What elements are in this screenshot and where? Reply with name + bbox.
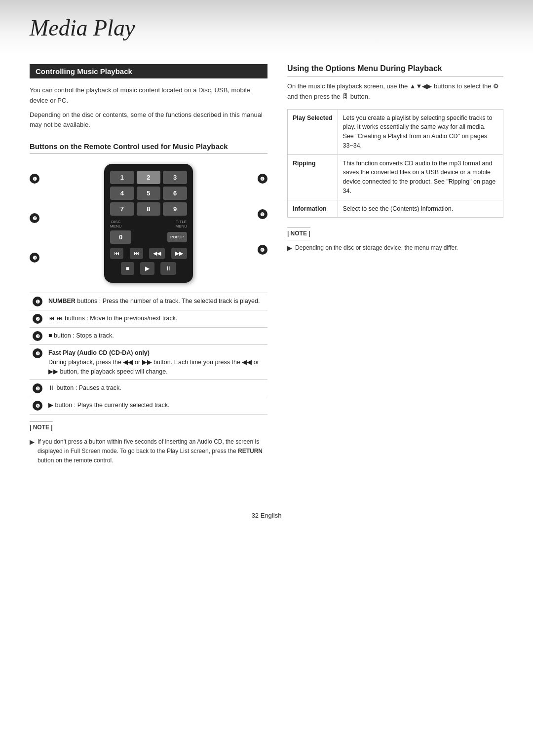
popup-btn: POPUP xyxy=(167,232,187,242)
numpad: 1 2 3 4 5 6 7 8 9 xyxy=(110,171,187,216)
annotation-3: ❸ xyxy=(30,253,39,263)
left-note-label: | NOTE | xyxy=(30,421,53,434)
right-note-arrow: ▶ xyxy=(287,243,292,254)
ctrl-row: ■ ▶ ⏸ xyxy=(110,262,187,275)
remote-body: 1 2 3 4 5 6 7 8 9 DISCMENU TITLEMENU xyxy=(104,164,193,283)
fast-play-heading: Fast Play (Audio CD (CD-DA) only) xyxy=(48,348,265,358)
row-desc-5: ⏸ button : Pauses a track. xyxy=(45,380,267,397)
table-row: ❶ NUMBER buttons : Press the number of a… xyxy=(30,293,267,310)
right-annotations: ❹ ❺ ❻ xyxy=(258,174,267,255)
annotation-6: ❻ xyxy=(258,245,267,255)
opt-desc-ripping: This function converts CD audio to the m… xyxy=(338,154,503,200)
annotation-1: ❶ xyxy=(30,174,39,184)
annotation-2: ❷ xyxy=(30,213,39,223)
page-footer: 32 English xyxy=(0,497,533,534)
remote-section: Buttons on the Remote Control used for M… xyxy=(30,142,267,283)
btn-8: 8 xyxy=(137,202,161,216)
annotation-5: ❺ xyxy=(258,209,267,219)
btn-4: 4 xyxy=(110,187,134,200)
page-number: 32 xyxy=(252,512,259,519)
ff-btn: ▶▶ xyxy=(171,248,187,259)
note-item-1: ▶ If you don't press a button within fiv… xyxy=(30,437,267,466)
right-column: Using the Options Menu During Playback O… xyxy=(287,54,503,467)
opt-name-ripping: Ripping xyxy=(287,154,338,200)
rew-btn: ◀◀ xyxy=(149,248,165,259)
nav-row: ⏮ ⏭ ◀◀ ▶▶ xyxy=(110,248,187,259)
right-note-text-1: Depending on the disc or storage device,… xyxy=(295,243,458,254)
opt-desc-information: Select to see the (Contents) information… xyxy=(338,200,503,218)
option-row-information: Information Select to see the (Contents)… xyxy=(287,200,503,218)
pause-btn: ⏸ xyxy=(160,262,176,275)
row-num: ❸ xyxy=(30,328,45,345)
intro-text-1: You can control the playback of music co… xyxy=(30,85,267,106)
row-desc-3: ■ button : Stops a track. xyxy=(45,328,267,345)
section1-heading: Controlling Music Playback xyxy=(30,64,267,78)
btn-2: 2 xyxy=(137,171,161,184)
left-column: Controlling Music Playback You can contr… xyxy=(30,54,267,467)
left-note-section: | NOTE | ▶ If you don't press a button w… xyxy=(30,421,267,465)
btn-0: 0 xyxy=(110,230,131,244)
btn-3: 3 xyxy=(163,171,187,184)
row-desc-1: NUMBER buttons : Press the number of a t… xyxy=(45,293,267,310)
row-desc-2: ⏮ ⏭ buttons : Move to the previous/next … xyxy=(45,310,267,328)
title-menu-label: TITLEMENU xyxy=(175,220,187,228)
section2-heading: Buttons on the Remote Control used for M… xyxy=(30,142,267,154)
num-circle-1: ❶ xyxy=(33,297,42,306)
num-circle-2: ❷ xyxy=(33,314,42,324)
row-num: ❹ xyxy=(30,345,45,380)
disc-menu-label: DISCMENU xyxy=(110,220,122,228)
right-heading-text: Using the Options Menu During Playback xyxy=(287,64,442,73)
table-row: ❻ ▶ button : Plays the currently selecte… xyxy=(30,397,267,415)
option-row-ripping: Ripping This function converts CD audio … xyxy=(287,154,503,200)
footer-language-text: English xyxy=(261,512,282,519)
row-num: ❷ xyxy=(30,310,45,328)
table-row: ❸ ■ button : Stops a track. xyxy=(30,328,267,345)
row-desc-6: ▶ button : Plays the currently selected … xyxy=(45,397,267,415)
option-row-play-selected: Play Selected Lets you create a playlist… xyxy=(287,109,503,154)
options-table: Play Selected Lets you create a playlist… xyxy=(287,109,503,218)
next-btn: ⏭ xyxy=(130,248,143,259)
right-note-label: | NOTE | xyxy=(287,227,310,240)
num-circle-5: ❺ xyxy=(33,383,42,393)
note-text-1: If you don't press a button within five … xyxy=(38,437,267,466)
intro-text-2: Depending on the disc or contents, some … xyxy=(30,110,267,131)
btn-6: 6 xyxy=(163,187,187,200)
num-circle-3: ❸ xyxy=(33,331,42,341)
menu-labels: DISCMENU TITLEMENU xyxy=(110,220,187,228)
btn-desc-table: ❶ NUMBER buttons : Press the number of a… xyxy=(30,293,267,415)
opt-name-play-selected: Play Selected xyxy=(287,109,338,154)
right-intro: On the music file playback screen, use t… xyxy=(287,81,503,102)
annotation-4: ❹ xyxy=(258,174,267,184)
opt-name-information: Information xyxy=(287,200,338,218)
right-note-item-1: ▶ Depending on the disc or storage devic… xyxy=(287,243,503,254)
btn-1: 1 xyxy=(110,171,134,184)
remote-diagram: ❶ ❷ ❸ 1 2 3 4 5 6 7 8 xyxy=(30,164,267,283)
num-circle-6: ❻ xyxy=(33,401,42,411)
btn-9: 9 xyxy=(163,202,187,216)
left-annotations: ❶ ❷ ❸ xyxy=(30,174,39,263)
row-num: ❶ xyxy=(30,293,45,310)
row-num: ❻ xyxy=(30,397,45,415)
table-row: ❺ ⏸ button : Pauses a track. xyxy=(30,380,267,397)
stop-btn: ■ xyxy=(121,262,134,275)
row-num: ❺ xyxy=(30,380,45,397)
right-section-heading: Using the Options Menu During Playback xyxy=(287,64,503,76)
zero-popup-row: 0 POPUP xyxy=(110,230,187,244)
table-row: ❷ ⏮ ⏭ buttons : Move to the previous/nex… xyxy=(30,310,267,328)
play-btn: ▶ xyxy=(140,262,154,275)
page-content: Controlling Music Playback You can contr… xyxy=(0,54,533,467)
table-row: ❹ Fast Play (Audio CD (CD-DA) only) Duri… xyxy=(30,345,267,380)
page-title: Media Play xyxy=(30,15,503,41)
num-circle-4: ❹ xyxy=(33,348,42,358)
row-desc-4: Fast Play (Audio CD (CD-DA) only) During… xyxy=(45,345,267,380)
page-header: Media Play xyxy=(0,0,533,54)
right-note-section: | NOTE | ▶ Depending on the disc or stor… xyxy=(287,227,503,253)
btn-5: 5 xyxy=(137,187,161,200)
opt-desc-play-selected: Lets you create a playlist by selecting … xyxy=(338,109,503,154)
prev-btn: ⏮ xyxy=(110,248,123,259)
note-arrow: ▶ xyxy=(30,437,35,466)
btn-7: 7 xyxy=(110,202,134,216)
